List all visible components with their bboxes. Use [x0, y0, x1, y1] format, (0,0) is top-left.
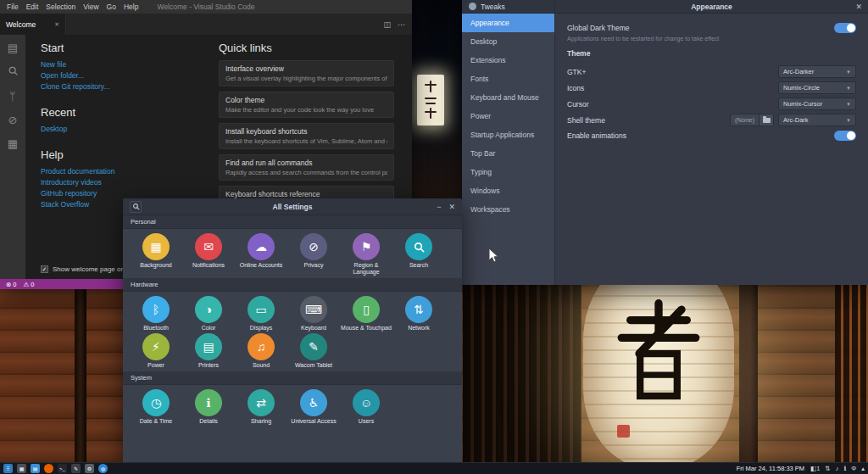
more-actions-icon[interactable]: ⋯: [398, 20, 405, 29]
settings-tile-users[interactable]: ☺ Users: [340, 389, 392, 425]
desktop-pager-icon[interactable]: ▦: [17, 464, 26, 473]
tweaks-sidebar-typing[interactable]: Typing: [462, 163, 554, 181]
settings-tile-universal-access[interactable]: ♿ Universal Access: [287, 389, 340, 425]
settings-tile-notifications[interactable]: ✉ Notifications: [182, 233, 235, 276]
settings-tile-printers[interactable]: ▤ Printers: [182, 333, 235, 369]
firefox-icon[interactable]: [44, 464, 53, 473]
shell-theme-folder-button[interactable]: [760, 114, 774, 126]
settings-search-button[interactable]: [130, 201, 142, 213]
panel-expand-icon[interactable]: ▴: [861, 465, 865, 472]
warning-icon: ⚠: [23, 281, 29, 288]
menu-help[interactable]: Help: [124, 3, 138, 11]
menu-edit[interactable]: Edit: [26, 3, 39, 11]
enable-animations-toggle[interactable]: [834, 131, 856, 141]
theme-heading: Theme: [567, 49, 856, 58]
close-icon[interactable]: ✕: [448, 203, 455, 211]
warning-count[interactable]: ⚠ 0: [23, 281, 34, 288]
settings-tile-search[interactable]: Search: [392, 233, 445, 276]
menu-file[interactable]: File: [7, 3, 19, 11]
settings-tile-sharing[interactable]: ⇄ Sharing: [235, 389, 287, 425]
settings-tile-network[interactable]: ⇅ Network: [392, 296, 445, 332]
vscode-tabbar: Welcome ✕ ◫ ⋯: [0, 14, 412, 35]
volume-icon[interactable]: ♪: [836, 465, 839, 472]
settings-tile-online-accounts[interactable]: ☁ Online Accounts: [235, 233, 287, 276]
shell-theme-dropdown[interactable]: Arc-Dark▼: [778, 114, 856, 126]
lantern-kanji-sha-icon: [615, 298, 703, 405]
tab-welcome[interactable]: Welcome ✕: [0, 14, 66, 35]
power-icon: ⚡: [142, 333, 170, 360]
settings-tile-details[interactable]: ℹ Details: [182, 389, 235, 425]
quicklink-card-color-theme[interactable]: Color theme Make the editor and your cod…: [219, 92, 394, 118]
chevron-down-icon: ▼: [846, 102, 851, 107]
keyboard-icon: ⌨: [300, 296, 327, 323]
extensions-icon[interactable]: ▦: [8, 137, 18, 150]
tweaks-close-icon[interactable]: ✕: [855, 3, 862, 11]
tweaks-sidebar-extensions[interactable]: Extensions: [462, 51, 554, 70]
tweaks-sidebar-power[interactable]: Power: [462, 107, 554, 125]
file-manager-icon[interactable]: ▤: [31, 464, 40, 473]
split-editor-icon[interactable]: ◫: [383, 20, 391, 29]
power-icon[interactable]: Φ: [851, 465, 856, 472]
text-editor-icon[interactable]: ✎: [71, 464, 81, 473]
settings-tile-date-time[interactable]: ◷ Date & Time: [130, 389, 182, 425]
quicklink-card-interface-overview[interactable]: Interface overview Get a visual overlay …: [219, 60, 394, 86]
tweaks-sidebar-windows[interactable]: Windows: [462, 181, 554, 200]
cursor-theme-dropdown[interactable]: Numix-Cursor▼: [778, 98, 856, 110]
universal-access-icon: ♿: [300, 389, 327, 416]
settings-tile-privacy[interactable]: ⊘ Privacy: [287, 233, 340, 276]
sharing-icon: ⇄: [248, 389, 275, 416]
source-control-icon[interactable]: ᛘ: [9, 90, 16, 103]
tweaks-sidebar: Appearance Desktop Extensions Fonts Keyb…: [462, 14, 555, 285]
tweaks-sidebar-appearance[interactable]: Appearance: [462, 14, 554, 32]
region-language-icon: ⚑: [353, 233, 380, 260]
tweaks-sidebar-startup-apps[interactable]: Startup Applications: [462, 125, 554, 144]
settings-tile-displays[interactable]: ▭ Displays: [235, 296, 287, 332]
network-tray-icon[interactable]: ⇅: [825, 465, 830, 472]
settings-tile-mouse-touchpad[interactable]: ▯ Mouse & Touchpad: [340, 296, 392, 332]
taskbar-clock[interactable]: Fri Mar 24, 11:58:33 PM: [737, 465, 804, 472]
icon-theme-dropdown[interactable]: Numix-Circle▼: [778, 81, 856, 94]
tweaks-sidebar-fonts[interactable]: Fonts: [462, 70, 554, 88]
checkbox-checked-icon[interactable]: ✓: [41, 265, 48, 273]
shell-theme-none-field[interactable]: (None): [730, 114, 760, 126]
tweaks-sidebar-keyboard-mouse[interactable]: Keyboard and Mouse: [462, 88, 554, 107]
notifications-tray-icon[interactable]: ℹ: [843, 465, 846, 472]
menu-view[interactable]: View: [83, 3, 98, 11]
all-settings-window: All Settings − ✕ Personal ▦ Background ✉…: [123, 198, 462, 462]
explorer-icon[interactable]: ▤: [8, 42, 18, 54]
minimize-icon[interactable]: −: [437, 203, 441, 211]
search-icon[interactable]: [8, 65, 19, 79]
menu-selection[interactable]: Selection: [46, 3, 75, 11]
search-icon: [132, 203, 140, 210]
settings-headerbar: All Settings − ✕: [123, 198, 462, 215]
app-launcher-icon[interactable]: ⠿: [3, 464, 13, 473]
chevron-down-icon: ▼: [846, 70, 851, 75]
debug-icon[interactable]: ⊘: [8, 114, 18, 126]
printers-icon: ▤: [195, 333, 222, 360]
settings-tile-keyboard[interactable]: ⌨ Keyboard: [287, 296, 340, 332]
quicklink-card-commands[interactable]: Find and run all commands Rapidly access…: [219, 154, 394, 181]
web-browser-icon[interactable]: ◍: [98, 464, 108, 473]
menu-go[interactable]: Go: [107, 3, 116, 11]
tab-close-icon[interactable]: ✕: [54, 21, 59, 28]
window-badge-icon[interactable]: ◧1: [810, 465, 820, 472]
tweaks-sidebar-desktop[interactable]: Desktop: [462, 32, 554, 51]
global-dark-theme-toggle[interactable]: [834, 23, 856, 33]
settings-tile-bluetooth[interactable]: ᛒ Bluetooth: [130, 296, 182, 332]
settings-tile-color[interactable]: ◑ Color: [182, 296, 235, 332]
tweaks-sidebar-top-bar[interactable]: Top Bar: [462, 144, 554, 163]
settings-tile-background[interactable]: ▦ Background: [130, 233, 182, 276]
tweaks-sidebar-workspaces[interactable]: Workspaces: [462, 200, 554, 219]
privacy-icon: ⊘: [300, 233, 327, 260]
settings-tile-region-language[interactable]: ⚑ Region & Language: [340, 233, 392, 276]
notifications-icon: ✉: [195, 233, 222, 260]
settings-tile-sound[interactable]: ♫ Sound: [235, 333, 287, 369]
network-icon: ⇅: [405, 296, 432, 323]
system-settings-icon[interactable]: ⚙: [85, 464, 94, 473]
settings-tile-power[interactable]: ⚡ Power: [130, 333, 182, 369]
gtk-theme-dropdown[interactable]: Arc-Darker▼: [778, 65, 856, 78]
terminal-icon[interactable]: >_: [58, 464, 67, 473]
error-count[interactable]: ⊗ 0: [6, 281, 16, 288]
settings-tile-wacom[interactable]: ✎ Wacom Tablet: [287, 333, 340, 369]
quicklink-card-keyboard-shortcuts[interactable]: Install keyboard shortcuts Install the k…: [219, 123, 394, 149]
